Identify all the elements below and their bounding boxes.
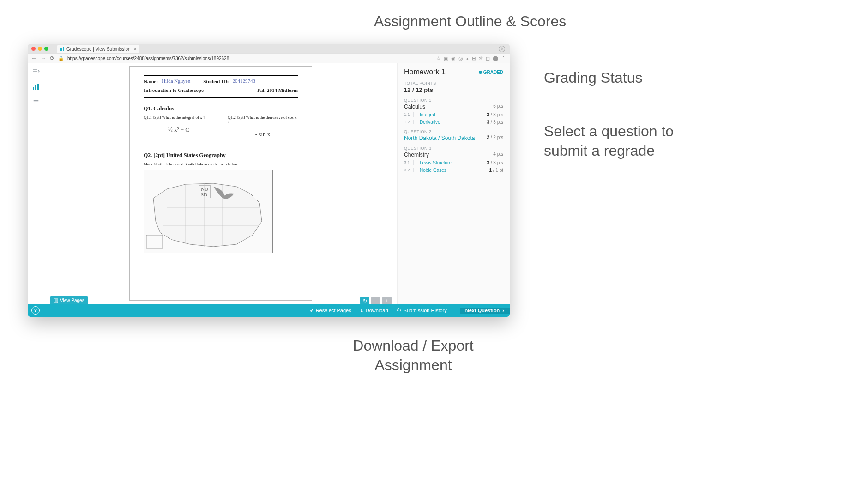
maximize-dot[interactable] xyxy=(44,47,48,51)
lock-icon: 🔒 xyxy=(58,56,64,61)
annotation-outline: Assignment Outline & Scores xyxy=(374,12,566,31)
browser-window: Gradescope | View Submission ← → ⟳ 🔒 htt… xyxy=(28,44,510,317)
subquestion-row[interactable]: 1.1 ⎸ Integral 3 / 3 pts xyxy=(404,112,503,117)
q1-2-text: Q1.2 [3pt] What is the derivative of cos… xyxy=(228,115,298,124)
download-button[interactable]: ⬇ Download xyxy=(360,308,388,314)
ext-icon[interactable]: ◉ xyxy=(451,55,456,61)
q2-text: Mark North Dakota and South Dakota on th… xyxy=(144,162,298,166)
document-area[interactable]: Name: Hilda Nguyen Student ID: 204129743… xyxy=(44,63,397,317)
name-label: Name: xyxy=(144,79,158,84)
chevron-right-icon: › xyxy=(502,308,504,313)
reselect-pages-button[interactable]: ✔ Reselect Pages xyxy=(310,308,351,314)
url-text[interactable]: https://gradescope.com/courses/2488/assi… xyxy=(67,56,433,61)
q2-title: Q2. [2pt] United States Geography xyxy=(144,152,298,159)
annotation-line xyxy=(507,77,540,77)
q1-1-answer: ½ x² + C xyxy=(144,126,214,133)
svg-rect-2 xyxy=(63,47,64,51)
id-label: Student ID: xyxy=(203,79,229,84)
cast-icon[interactable]: ▣ xyxy=(444,55,448,61)
profile-icon[interactable] xyxy=(499,46,505,52)
status-dot-icon xyxy=(479,71,482,74)
us-map: ND SD xyxy=(144,170,273,253)
window-titlebar: Gradescope | View Submission xyxy=(28,44,510,53)
ext-icon[interactable]: ◻ xyxy=(486,55,490,61)
menu-toggle-icon[interactable] xyxy=(32,67,40,75)
subq-num: 3.1 xyxy=(404,160,413,165)
bookmark-icon: ⎸ xyxy=(413,160,417,165)
total-points-value: 12 / 12 pts xyxy=(404,86,503,93)
annotation-download: Download / Export Assignment xyxy=(349,336,478,375)
map-label-nd: ND xyxy=(201,186,208,192)
subq-link[interactable]: Noble Gases xyxy=(420,168,489,173)
graded-badge: GRADED xyxy=(479,70,503,75)
svg-rect-5 xyxy=(35,85,36,90)
q2-link[interactable]: North Dakota / South Dakota xyxy=(404,135,475,141)
footer-bar: ✔ Reselect Pages ⬇ Download ⏱ Submission… xyxy=(28,304,510,317)
minimize-dot[interactable] xyxy=(38,47,42,51)
q1-label: QUESTION 1 xyxy=(404,98,503,103)
subq-link[interactable]: Lewis Structure xyxy=(420,160,487,165)
question-row[interactable]: North Dakota / South Dakota 2 / 2 pts xyxy=(404,135,503,141)
ext-icon[interactable]: ◎ xyxy=(458,55,463,61)
document-viewer: Name: Hilda Nguyen Student ID: 204129743… xyxy=(44,63,397,317)
clock-icon: ⏱ xyxy=(397,308,402,313)
q1-title: Q1. Calculus xyxy=(144,105,298,112)
name-value: Hilda Nguyen xyxy=(160,78,193,84)
browser-tab[interactable]: Gradescope | View Submission xyxy=(57,45,139,53)
close-dot[interactable] xyxy=(31,47,36,51)
user-avatar-icon[interactable] xyxy=(31,306,40,315)
assignment-title: Homework 1 xyxy=(404,68,446,76)
ext-icon[interactable]: ⬥ xyxy=(466,55,469,61)
q1-2-answer: - sin x xyxy=(228,131,298,138)
subq-num: 1.1 xyxy=(404,112,413,117)
stats-icon[interactable] xyxy=(32,83,40,91)
submission-page: Name: Hilda Nguyen Student ID: 204129743… xyxy=(129,66,312,301)
reload-icon[interactable]: ⟳ xyxy=(50,55,54,61)
forward-icon[interactable]: → xyxy=(41,55,46,61)
q1-1-text: Q1.1 [3pt] What is the integral of x ? xyxy=(144,115,214,120)
svg-point-3 xyxy=(501,48,502,49)
bookmark-icon: ⎸ xyxy=(413,112,417,117)
bars-icon xyxy=(60,47,65,51)
outline-panel: Homework 1 GRADED TOTAL POINTS 12 / 12 p… xyxy=(397,63,510,317)
term-name: Fall 2014 Midterm xyxy=(257,87,298,93)
back-icon[interactable]: ← xyxy=(31,55,37,61)
bookmark-icon: ⎸ xyxy=(413,167,417,173)
graded-text: GRADED xyxy=(483,70,503,75)
ext-icon[interactable]: ⬤ xyxy=(493,55,498,61)
subq-link[interactable]: Integral xyxy=(420,112,487,117)
svg-rect-0 xyxy=(60,48,61,51)
submission-history-button[interactable]: ⏱ Submission History xyxy=(397,308,447,313)
annotation-status: Grading Status xyxy=(544,68,642,88)
tab-title: Gradescope | View Submission xyxy=(66,47,131,52)
svg-point-9 xyxy=(35,309,36,311)
q2-label: QUESTION 2 xyxy=(404,129,503,134)
address-bar: ← → ⟳ 🔒 https://gradescope.com/courses/2… xyxy=(28,53,510,63)
q1-pts: 6 pts xyxy=(493,103,503,110)
menu-icon[interactable]: ⋮ xyxy=(501,55,506,61)
download-icon: ⬇ xyxy=(360,308,364,314)
list-icon[interactable] xyxy=(32,98,40,107)
id-value: 204129743 xyxy=(231,78,259,84)
subquestion-row[interactable]: 3.2 ⎸ Noble Gases 1 / 1 pt xyxy=(404,167,503,173)
q1-name: Calculus xyxy=(404,103,425,110)
svg-rect-7 xyxy=(146,235,163,248)
svg-rect-4 xyxy=(33,87,34,90)
gear-icon[interactable]: ✲ xyxy=(479,55,483,61)
app-body: Name: Hilda Nguyen Student ID: 204129743… xyxy=(28,63,510,317)
annotation-regrade: Select a question to submit a regrade xyxy=(544,122,674,160)
star-icon[interactable]: ☆ xyxy=(436,55,441,61)
bookmark-icon: ⎸ xyxy=(413,119,417,125)
q3-label: QUESTION 3 xyxy=(404,146,503,151)
subquestion-row[interactable]: 1.2 ⎸ Derivative 3 / 3 pts xyxy=(404,119,503,125)
svg-rect-6 xyxy=(37,84,39,90)
course-name: Introduction to Gradescope xyxy=(144,87,204,93)
subq-link[interactable]: Derivative xyxy=(420,120,487,125)
subquestion-row[interactable]: 3.1 ⎸ Lewis Structure 3 / 3 pts xyxy=(404,160,503,165)
check-icon: ✔ xyxy=(310,308,314,314)
q3-name: Chemistry xyxy=(404,152,429,158)
view-pages-label: View Pages xyxy=(60,298,84,303)
grid-icon[interactable]: ⊞ xyxy=(472,55,476,61)
total-points-label: TOTAL POINTS xyxy=(404,81,503,85)
next-question-button[interactable]: Next Question › xyxy=(460,308,510,314)
